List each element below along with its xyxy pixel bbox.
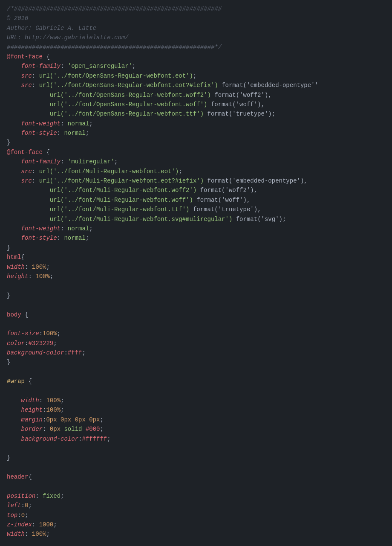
token-plain: : bbox=[39, 329, 43, 338]
code-line bbox=[0, 281, 392, 290]
token-plain bbox=[7, 195, 50, 205]
token-plain: { bbox=[25, 377, 32, 386]
code-line: font-weight: normal; bbox=[0, 119, 392, 128]
token-plain bbox=[7, 119, 21, 128]
token-property: font-weight bbox=[21, 119, 61, 128]
token-property: position bbox=[7, 491, 35, 501]
token-at: @font-face bbox=[7, 52, 43, 61]
token-url: url('../font/Muli-Regular-webfont.svg#mu… bbox=[50, 215, 232, 224]
code-line: @font-face { bbox=[0, 148, 392, 157]
token-comment: URL: http://www.gabrielelatte.com/ bbox=[7, 33, 129, 42]
token-plain: ; bbox=[86, 128, 89, 138]
token-selector: header bbox=[7, 472, 28, 482]
token-plain: : bbox=[32, 520, 39, 529]
token-plain bbox=[82, 424, 85, 434]
token-hex: #fff bbox=[68, 348, 82, 357]
code-line: url('../font/Muli-Regular-webfont.woff2'… bbox=[0, 186, 392, 195]
code-line: url('../font/OpenSans-Regular-webfont.wo… bbox=[0, 90, 392, 100]
token-property: width bbox=[21, 396, 39, 405]
token-plain: : bbox=[17, 511, 21, 520]
code-line: ########################################… bbox=[0, 43, 392, 52]
token-plain: : bbox=[32, 176, 39, 186]
token-plain: ; bbox=[46, 529, 49, 539]
token-id: #wrap bbox=[7, 377, 25, 386]
code-line: } bbox=[0, 453, 392, 462]
token-plain bbox=[7, 128, 21, 138]
token-plain: : bbox=[25, 339, 28, 348]
token-property: font-weight bbox=[21, 224, 61, 233]
code-line bbox=[0, 482, 392, 491]
token-plain: : bbox=[32, 71, 39, 81]
token-plain: ; bbox=[282, 215, 286, 224]
code-line: @font-face { bbox=[0, 52, 392, 61]
code-line: © 2016 bbox=[0, 14, 392, 23]
token-plain bbox=[193, 195, 196, 205]
token-plain bbox=[7, 405, 21, 415]
token-plain: ; bbox=[28, 501, 32, 510]
token-property: z-index bbox=[7, 520, 32, 529]
token-url: url('../font/OpenSans-Regular-webfont.eo… bbox=[39, 71, 193, 81]
token-plain bbox=[7, 71, 21, 81]
token-plain: : bbox=[57, 128, 64, 138]
token-url: url('../font/OpenSans-Regular-webfont.wo… bbox=[50, 100, 208, 109]
code-line: background-color:#fff; bbox=[0, 348, 392, 357]
code-line bbox=[0, 386, 392, 396]
token-plain: ; bbox=[61, 491, 64, 501]
code-line: } bbox=[0, 138, 392, 147]
token-plain: } bbox=[7, 243, 10, 253]
token-plain bbox=[57, 415, 61, 424]
code-line: background-color:#ffffff; bbox=[0, 434, 392, 444]
token-plain bbox=[7, 167, 21, 176]
code-line: body { bbox=[0, 310, 392, 319]
token-format: format('embedded-opentype') bbox=[208, 176, 304, 186]
token-string: 'open_sansregular' bbox=[68, 61, 132, 71]
token-url: url('../font/Muli-Regular-webfont.woff') bbox=[50, 195, 193, 205]
token-plain: } bbox=[7, 453, 10, 462]
token-property: src bbox=[21, 81, 32, 90]
token-plain bbox=[7, 415, 21, 424]
token-percent: 100% bbox=[46, 396, 61, 405]
token-plain: ; bbox=[25, 511, 28, 520]
token-plain: ; bbox=[53, 520, 57, 529]
token-comment: © 2016 bbox=[7, 14, 28, 23]
code-line: Author: Gabriele A. Latte bbox=[0, 23, 392, 33]
code-line: } bbox=[0, 357, 392, 367]
token-plain: : bbox=[61, 119, 68, 128]
token-plain: ; bbox=[61, 405, 64, 415]
token-plain: : bbox=[32, 167, 39, 176]
token-plain: , bbox=[247, 195, 250, 205]
token-plain bbox=[7, 100, 50, 109]
code-line: font-family: 'muliregular'; bbox=[0, 157, 392, 166]
code-editor: /*######################################… bbox=[0, 0, 392, 546]
token-format: format('truetype') bbox=[208, 109, 272, 119]
token-url: url('../font/OpenSans-Regular-webfont.tt… bbox=[50, 109, 204, 119]
token-plain: : bbox=[39, 396, 46, 405]
code-line: #wrap { bbox=[0, 377, 392, 386]
token-plain: ; bbox=[82, 348, 85, 357]
code-line: header{ bbox=[0, 472, 392, 482]
code-line: width: 100%; bbox=[0, 262, 392, 272]
token-plain: { bbox=[43, 148, 50, 157]
token-number: 0px bbox=[89, 415, 100, 424]
token-property: background-color bbox=[21, 434, 78, 444]
token-plain bbox=[7, 109, 50, 119]
token-plain: ; bbox=[89, 224, 92, 233]
token-plain: { bbox=[43, 52, 50, 61]
code-line: font-style: normal; bbox=[0, 233, 392, 243]
code-line: font-size:100%; bbox=[0, 329, 392, 338]
token-property: margin bbox=[21, 415, 43, 424]
token-plain: : bbox=[64, 348, 67, 357]
token-percent: 100% bbox=[32, 262, 46, 272]
token-property: width bbox=[7, 529, 25, 539]
code-line: z-index: 1000; bbox=[0, 520, 392, 529]
token-plain: { bbox=[21, 310, 29, 319]
token-plain: ; bbox=[89, 119, 92, 128]
token-plain: : bbox=[57, 233, 64, 243]
token-plain bbox=[61, 424, 64, 434]
token-plain: : bbox=[25, 262, 32, 272]
token-url: url('../font/Muli-Regular-webfont.eot') bbox=[39, 167, 179, 176]
token-value: normal bbox=[68, 119, 89, 128]
code-line: top:0; bbox=[0, 511, 392, 520]
token-plain: : bbox=[78, 434, 82, 444]
token-plain: ; bbox=[179, 167, 182, 176]
